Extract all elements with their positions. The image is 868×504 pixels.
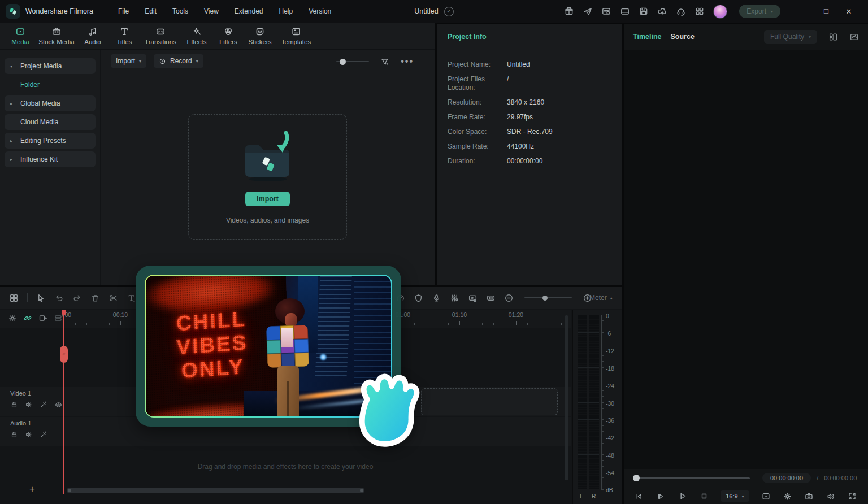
minimize-button[interactable]: —	[792, 0, 815, 23]
apps-grid-icon[interactable]	[695, 6, 705, 16]
media-browser-icon[interactable]	[9, 293, 19, 303]
more-options-icon[interactable]: •••	[401, 57, 414, 67]
gift-icon[interactable]	[564, 6, 574, 16]
dock-icon[interactable]	[620, 6, 630, 16]
playhead-head[interactable]	[62, 310, 66, 315]
tab-stickers[interactable]: Stickers	[244, 27, 276, 45]
clip-drop-target[interactable]	[421, 388, 558, 415]
menu-view[interactable]: View	[204, 7, 219, 15]
audio-mixer-icon[interactable]	[450, 293, 459, 303]
stop-icon[interactable]	[700, 492, 709, 501]
maximize-button[interactable]: ☐	[815, 0, 837, 23]
tab-timeline-preview[interactable]: Timeline	[633, 33, 661, 41]
support-headset-icon[interactable]	[676, 6, 686, 16]
vertical-scrollbar[interactable]	[565, 315, 568, 480]
current-timecode[interactable]: 00:00:00:00	[762, 473, 811, 483]
horizontal-scrollbar[interactable]	[67, 488, 364, 493]
save-icon[interactable]	[639, 6, 649, 16]
previous-frame-icon[interactable]	[634, 492, 644, 501]
tab-filters[interactable]: Filters	[212, 27, 244, 45]
add-track-plus-button[interactable]: +	[29, 484, 35, 495]
quality-dropdown[interactable]: Full Quality ▾	[764, 30, 817, 44]
mute-speaker-icon[interactable]	[25, 431, 33, 438]
timeline-zoom-knob[interactable]	[542, 296, 548, 301]
meter-toggle[interactable]: Meter ▴	[589, 294, 613, 302]
record-dropdown[interactable]: Record ▾	[154, 54, 203, 68]
import-dropzone[interactable]: Import Videos, audios, and images	[188, 114, 347, 240]
tab-stock-media[interactable]: Stock Media	[36, 27, 77, 45]
tab-label: Stock Media	[38, 38, 74, 45]
track-height-icon[interactable]	[54, 314, 63, 323]
tab-templates[interactable]: Templates	[276, 27, 316, 45]
seek-knob[interactable]	[633, 475, 640, 481]
lock-icon[interactable]	[10, 431, 18, 438]
timeline-zoom-slider[interactable]	[524, 297, 572, 298]
fullscreen-icon[interactable]	[848, 492, 857, 501]
export-list-icon[interactable]	[601, 6, 611, 16]
menu-file[interactable]: File	[118, 7, 129, 15]
voiceover-mic-icon[interactable]	[432, 293, 441, 303]
playhead-handle[interactable]: «	[60, 346, 68, 363]
zoom-slider-knob[interactable]	[340, 59, 346, 65]
menu-extended[interactable]: Extended	[235, 7, 263, 15]
play-icon[interactable]	[678, 491, 688, 501]
delete-icon[interactable]	[90, 293, 100, 303]
text-tool-icon[interactable]	[127, 293, 136, 303]
layout-icon[interactable]	[828, 32, 838, 42]
mute-speaker-icon[interactable]	[25, 401, 33, 409]
render-preview-icon[interactable]	[468, 293, 478, 303]
split-icon[interactable]	[108, 293, 118, 303]
mini-player-icon[interactable]	[761, 492, 771, 501]
sidebar-item-editing-presets[interactable]: ▸ Editing Presets	[5, 133, 96, 149]
add-track-icon[interactable]	[38, 314, 47, 323]
filter-icon[interactable]	[380, 57, 389, 66]
tab-media[interactable]: Media	[5, 27, 36, 45]
auto-ripple-link-icon[interactable]	[23, 314, 32, 323]
apply-effect-wand-icon[interactable]	[40, 401, 47, 409]
import-dropdown[interactable]: Import ▾	[111, 54, 146, 68]
sidebar-item-influence-kit[interactable]: ▸ Influence Kit	[5, 151, 96, 167]
sidebar-item-global-media[interactable]: ▸ Global Media	[5, 95, 96, 111]
tab-source-preview[interactable]: Source	[670, 33, 694, 41]
zoom-out-icon[interactable]	[504, 293, 514, 303]
redo-icon[interactable]	[72, 293, 82, 303]
tab-audio[interactable]: Audio	[77, 27, 108, 45]
track-settings-gear-icon[interactable]	[8, 314, 17, 323]
lock-icon[interactable]	[10, 401, 18, 409]
playhead[interactable]	[63, 310, 64, 494]
select-tool-icon[interactable]	[36, 293, 46, 303]
user-avatar[interactable]	[713, 5, 727, 19]
tab-titles[interactable]: Titles	[108, 27, 140, 45]
share-icon[interactable]	[583, 6, 593, 16]
cloud-backup-icon[interactable]	[657, 6, 667, 16]
menu-edit[interactable]: Edit	[145, 7, 157, 15]
sidebar-item-folder[interactable]: Folder	[5, 77, 96, 93]
field-value: 29.97fps	[507, 113, 533, 121]
scopes-icon[interactable]	[849, 32, 859, 42]
tab-transitions[interactable]: Transitions	[140, 27, 181, 45]
ruler-tick	[403, 321, 403, 325]
seek-slider[interactable]	[633, 477, 750, 479]
apply-effect-wand-icon[interactable]	[40, 431, 47, 438]
tab-effects[interactable]: Effects	[181, 27, 212, 45]
sidebar-item-project-media[interactable]: ▾ Project Media	[5, 58, 96, 74]
fit-timeline-icon[interactable]	[486, 293, 496, 303]
tab-label: Stickers	[249, 38, 272, 45]
close-button[interactable]: ✕	[837, 0, 860, 23]
snapshot-icon[interactable]	[804, 492, 814, 501]
export-button[interactable]: Export ▾	[739, 5, 780, 18]
import-button[interactable]: Import	[245, 192, 290, 206]
preview-viewport[interactable]	[624, 50, 868, 469]
undo-icon[interactable]	[54, 293, 64, 303]
menu-tools[interactable]: Tools	[172, 7, 188, 15]
aspect-ratio-dropdown[interactable]: 16:9 ▾	[721, 490, 749, 502]
menu-version[interactable]: Version	[309, 7, 331, 15]
thumbnail-zoom-slider[interactable]	[336, 61, 369, 62]
volume-icon[interactable]	[826, 492, 836, 501]
sidebar-item-cloud-media[interactable]: Cloud Media	[5, 114, 96, 130]
menu-help[interactable]: Help	[279, 7, 293, 15]
marker-icon[interactable]	[414, 293, 423, 303]
hide-track-eye-icon[interactable]	[54, 401, 63, 409]
playback-settings-icon[interactable]	[783, 492, 792, 501]
next-frame-icon[interactable]	[656, 492, 665, 501]
